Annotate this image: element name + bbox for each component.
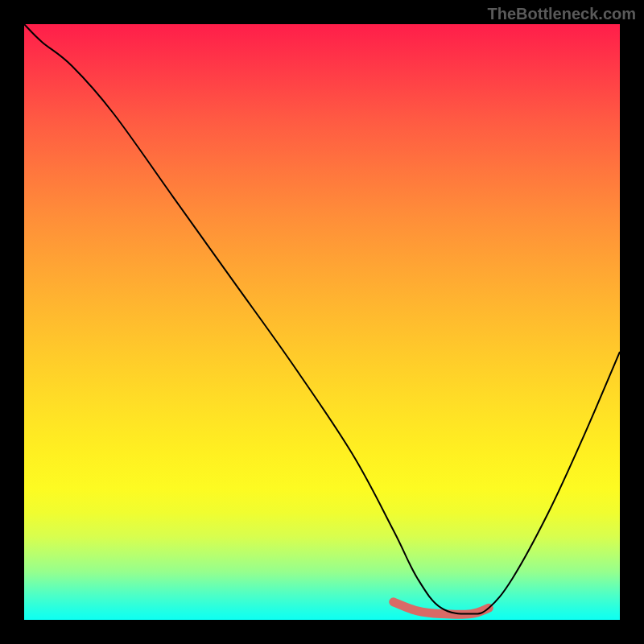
watermark-text: TheBottleneck.com bbox=[488, 5, 636, 23]
chart-plot-area bbox=[24, 24, 620, 620]
main-curve-path bbox=[24, 24, 620, 614]
chart-svg bbox=[24, 24, 620, 620]
